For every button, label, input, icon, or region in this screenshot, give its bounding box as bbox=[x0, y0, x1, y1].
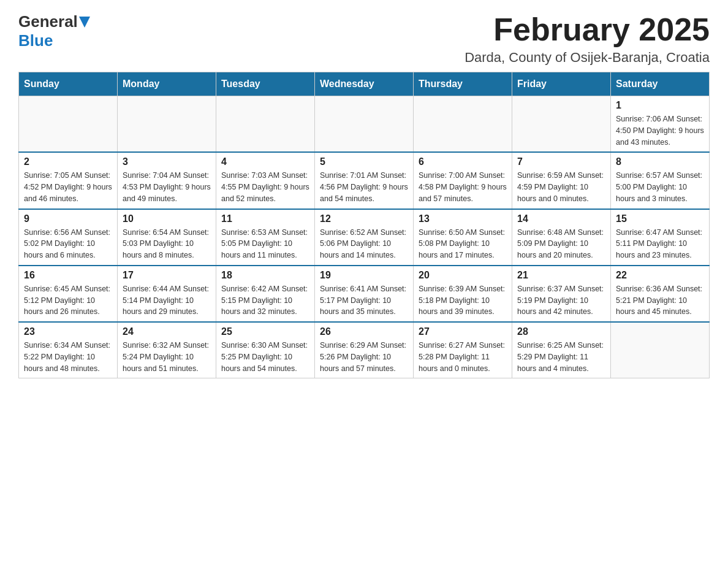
header-saturday: Saturday bbox=[611, 72, 710, 96]
day-info: Sunrise: 7:00 AM Sunset: 4:58 PM Dayligh… bbox=[419, 170, 507, 204]
day-info: Sunrise: 6:50 AM Sunset: 5:08 PM Dayligh… bbox=[419, 227, 507, 261]
day-info: Sunrise: 6:29 AM Sunset: 5:26 PM Dayligh… bbox=[320, 340, 408, 374]
calendar-cell-w3-d6: 14Sunrise: 6:48 AM Sunset: 5:09 PM Dayli… bbox=[512, 209, 611, 266]
calendar-week-2: 2Sunrise: 7:05 AM Sunset: 4:52 PM Daylig… bbox=[19, 152, 710, 209]
day-number: 9 bbox=[24, 213, 112, 224]
calendar-cell-w5-d5: 27Sunrise: 6:27 AM Sunset: 5:28 PM Dayli… bbox=[414, 322, 512, 378]
header-wednesday: Wednesday bbox=[315, 72, 414, 96]
day-info: Sunrise: 6:52 AM Sunset: 5:06 PM Dayligh… bbox=[320, 227, 408, 261]
calendar-cell-w1-d3 bbox=[216, 96, 315, 153]
calendar-cell-w1-d4 bbox=[315, 96, 414, 153]
day-number: 3 bbox=[123, 156, 211, 167]
calendar-week-1: 1Sunrise: 7:06 AM Sunset: 4:50 PM Daylig… bbox=[19, 96, 710, 153]
day-info: Sunrise: 6:30 AM Sunset: 5:25 PM Dayligh… bbox=[221, 340, 309, 374]
calendar-cell-w3-d4: 12Sunrise: 6:52 AM Sunset: 5:06 PM Dayli… bbox=[315, 209, 414, 266]
calendar-week-4: 16Sunrise: 6:45 AM Sunset: 5:12 PM Dayli… bbox=[19, 266, 710, 322]
day-number: 21 bbox=[517, 270, 605, 281]
day-info: Sunrise: 6:56 AM Sunset: 5:02 PM Dayligh… bbox=[24, 227, 112, 261]
calendar-cell-w5-d2: 24Sunrise: 6:32 AM Sunset: 5:24 PM Dayli… bbox=[118, 322, 216, 378]
day-number: 23 bbox=[24, 326, 112, 337]
calendar-cell-w2-d5: 6Sunrise: 7:00 AM Sunset: 4:58 PM Daylig… bbox=[414, 152, 512, 209]
day-info: Sunrise: 7:06 AM Sunset: 4:50 PM Dayligh… bbox=[616, 113, 704, 148]
calendar-cell-w1-d2 bbox=[118, 96, 216, 153]
logo: General Blue bbox=[18, 12, 90, 50]
day-info: Sunrise: 6:41 AM Sunset: 5:17 PM Dayligh… bbox=[320, 283, 408, 318]
calendar-cell-w3-d2: 10Sunrise: 6:54 AM Sunset: 5:03 PM Dayli… bbox=[118, 209, 216, 266]
day-info: Sunrise: 6:59 AM Sunset: 4:59 PM Dayligh… bbox=[517, 170, 605, 204]
day-info: Sunrise: 6:45 AM Sunset: 5:12 PM Dayligh… bbox=[24, 283, 112, 318]
calendar-cell-w4-d5: 20Sunrise: 6:39 AM Sunset: 5:18 PM Dayli… bbox=[414, 266, 512, 322]
title-section: February 2025 Darda, County of Osijek-Ba… bbox=[464, 12, 710, 66]
day-info: Sunrise: 7:03 AM Sunset: 4:55 PM Dayligh… bbox=[221, 170, 309, 204]
calendar-cell-w5-d4: 26Sunrise: 6:29 AM Sunset: 5:26 PM Dayli… bbox=[315, 322, 414, 378]
calendar-cell-w5-d6: 28Sunrise: 6:25 AM Sunset: 5:29 PM Dayli… bbox=[512, 322, 611, 378]
day-number: 19 bbox=[320, 270, 408, 281]
day-number: 1 bbox=[616, 100, 704, 111]
day-info: Sunrise: 6:27 AM Sunset: 5:28 PM Dayligh… bbox=[419, 340, 507, 374]
calendar-cell-w5-d3: 25Sunrise: 6:30 AM Sunset: 5:25 PM Dayli… bbox=[216, 322, 315, 378]
day-number: 8 bbox=[616, 156, 704, 167]
day-info: Sunrise: 6:48 AM Sunset: 5:09 PM Dayligh… bbox=[517, 227, 605, 261]
calendar-header-row: Sunday Monday Tuesday Wednesday Thursday… bbox=[19, 72, 710, 96]
calendar-cell-w5-d7 bbox=[611, 322, 710, 378]
calendar-cell-w2-d4: 5Sunrise: 7:01 AM Sunset: 4:56 PM Daylig… bbox=[315, 152, 414, 209]
header-tuesday: Tuesday bbox=[216, 72, 315, 96]
day-number: 2 bbox=[24, 156, 112, 167]
day-number: 20 bbox=[419, 270, 507, 281]
day-number: 15 bbox=[616, 213, 704, 224]
day-number: 26 bbox=[320, 326, 408, 337]
calendar-week-3: 9Sunrise: 6:56 AM Sunset: 5:02 PM Daylig… bbox=[19, 209, 710, 266]
page-header: General Blue February 2025 Darda, County… bbox=[18, 12, 710, 66]
day-number: 22 bbox=[616, 270, 704, 281]
day-info: Sunrise: 7:05 AM Sunset: 4:52 PM Dayligh… bbox=[24, 170, 112, 204]
header-thursday: Thursday bbox=[414, 72, 512, 96]
calendar-cell-w4-d7: 22Sunrise: 6:36 AM Sunset: 5:21 PM Dayli… bbox=[611, 266, 710, 322]
day-info: Sunrise: 6:44 AM Sunset: 5:14 PM Dayligh… bbox=[123, 283, 211, 318]
calendar-cell-w4-d3: 18Sunrise: 6:42 AM Sunset: 5:15 PM Dayli… bbox=[216, 266, 315, 322]
calendar-cell-w3-d7: 15Sunrise: 6:47 AM Sunset: 5:11 PM Dayli… bbox=[611, 209, 710, 266]
calendar-cell-w4-d4: 19Sunrise: 6:41 AM Sunset: 5:17 PM Dayli… bbox=[315, 266, 414, 322]
header-monday: Monday bbox=[118, 72, 216, 96]
calendar-week-5: 23Sunrise: 6:34 AM Sunset: 5:22 PM Dayli… bbox=[19, 322, 710, 378]
logo-triangle-icon bbox=[79, 17, 90, 28]
calendar-cell-w3-d1: 9Sunrise: 6:56 AM Sunset: 5:02 PM Daylig… bbox=[19, 209, 118, 266]
calendar-cell-w2-d2: 3Sunrise: 7:04 AM Sunset: 4:53 PM Daylig… bbox=[118, 152, 216, 209]
day-number: 25 bbox=[221, 326, 309, 337]
day-number: 6 bbox=[419, 156, 507, 167]
calendar-cell-w1-d6 bbox=[512, 96, 611, 153]
day-number: 27 bbox=[419, 326, 507, 337]
calendar-cell-w4-d1: 16Sunrise: 6:45 AM Sunset: 5:12 PM Dayli… bbox=[19, 266, 118, 322]
day-number: 7 bbox=[517, 156, 605, 167]
day-info: Sunrise: 6:54 AM Sunset: 5:03 PM Dayligh… bbox=[123, 227, 211, 261]
day-info: Sunrise: 6:34 AM Sunset: 5:22 PM Dayligh… bbox=[24, 340, 112, 374]
day-number: 16 bbox=[24, 270, 112, 281]
day-info: Sunrise: 7:04 AM Sunset: 4:53 PM Dayligh… bbox=[123, 170, 211, 204]
day-info: Sunrise: 6:37 AM Sunset: 5:19 PM Dayligh… bbox=[517, 283, 605, 318]
header-friday: Friday bbox=[512, 72, 611, 96]
day-number: 28 bbox=[517, 326, 605, 337]
svg-marker-0 bbox=[79, 17, 90, 28]
day-info: Sunrise: 6:53 AM Sunset: 5:05 PM Dayligh… bbox=[221, 227, 309, 261]
calendar-table: Sunday Monday Tuesday Wednesday Thursday… bbox=[18, 72, 710, 378]
day-number: 11 bbox=[221, 213, 309, 224]
day-number: 13 bbox=[419, 213, 507, 224]
day-number: 5 bbox=[320, 156, 408, 167]
day-info: Sunrise: 6:39 AM Sunset: 5:18 PM Dayligh… bbox=[419, 283, 507, 318]
day-number: 18 bbox=[221, 270, 309, 281]
logo-general-text: General bbox=[18, 12, 78, 31]
day-info: Sunrise: 6:57 AM Sunset: 5:00 PM Dayligh… bbox=[616, 170, 704, 204]
calendar-cell-w2-d7: 8Sunrise: 6:57 AM Sunset: 5:00 PM Daylig… bbox=[611, 152, 710, 209]
calendar-cell-w2-d1: 2Sunrise: 7:05 AM Sunset: 4:52 PM Daylig… bbox=[19, 152, 118, 209]
day-number: 14 bbox=[517, 213, 605, 224]
header-sunday: Sunday bbox=[19, 72, 118, 96]
day-number: 10 bbox=[123, 213, 211, 224]
calendar-cell-w1-d5 bbox=[414, 96, 512, 153]
day-info: Sunrise: 6:25 AM Sunset: 5:29 PM Dayligh… bbox=[517, 340, 605, 374]
calendar-cell-w4-d6: 21Sunrise: 6:37 AM Sunset: 5:19 PM Dayli… bbox=[512, 266, 611, 322]
calendar-cell-w2-d3: 4Sunrise: 7:03 AM Sunset: 4:55 PM Daylig… bbox=[216, 152, 315, 209]
calendar-cell-w4-d2: 17Sunrise: 6:44 AM Sunset: 5:14 PM Dayli… bbox=[118, 266, 216, 322]
location-subtitle: Darda, County of Osijek-Baranja, Croatia bbox=[464, 50, 710, 66]
day-number: 4 bbox=[221, 156, 309, 167]
calendar-cell-w5-d1: 23Sunrise: 6:34 AM Sunset: 5:22 PM Dayli… bbox=[19, 322, 118, 378]
day-info: Sunrise: 6:47 AM Sunset: 5:11 PM Dayligh… bbox=[616, 227, 704, 261]
